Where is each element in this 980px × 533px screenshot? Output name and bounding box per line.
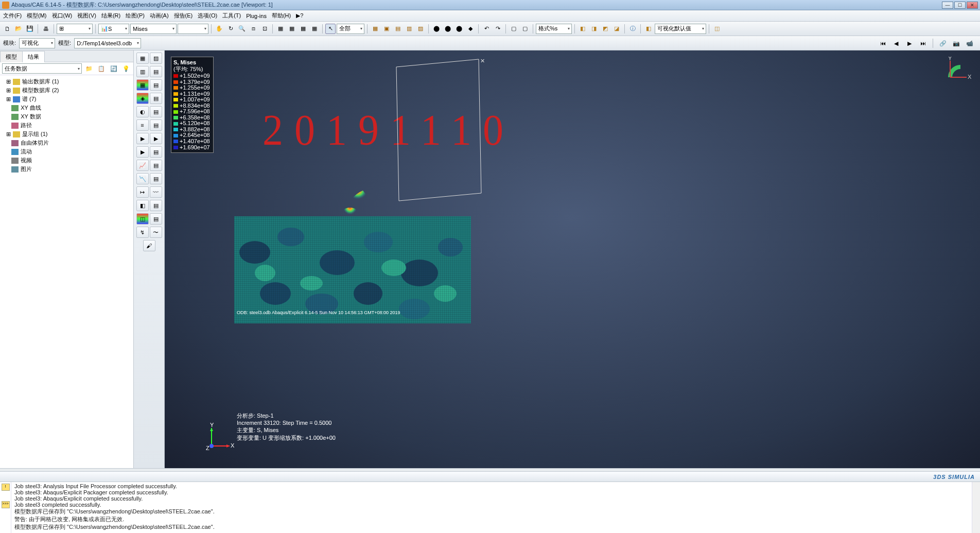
print-button[interactable]: 🖶 [41, 24, 51, 34]
viewstyle-combo[interactable]: 可视化默认值 [655, 24, 706, 34]
tool-viewcut[interactable]: ◫ [136, 213, 149, 225]
tool-path-plot[interactable]: 〰 [150, 186, 162, 198]
menu-viewport[interactable]: 视口(W) [52, 12, 73, 20]
tree-item-display-group[interactable]: ⊞ 显示组 (1) [3, 130, 130, 139]
cube4-button[interactable]: ◪ [611, 24, 622, 34]
tree-item-stream[interactable]: 流动 [3, 147, 130, 156]
tool-field[interactable]: ◧ [136, 200, 149, 211]
partdisp-button[interactable]: ◫ [712, 24, 722, 34]
tool-anim-time[interactable]: ▶ [136, 133, 149, 144]
tool-xydata[interactable]: 📈 [136, 160, 149, 171]
light3-button[interactable]: ⬤ [454, 24, 464, 34]
tree-item-model-db[interactable]: ⊞ 模型数据库 (2) [3, 86, 130, 95]
record-button[interactable]: 📹 [965, 38, 975, 48]
light4-button[interactable]: ◆ [465, 24, 476, 34]
component-combo[interactable] [178, 24, 208, 34]
tool-xyopt[interactable]: ▤ [150, 173, 162, 184]
tool-ply-opt[interactable]: ▤ [150, 119, 162, 131]
frame-first-button[interactable]: ⏮ [878, 38, 888, 48]
cube1-button[interactable]: ◧ [577, 24, 588, 34]
selection-filter-combo[interactable]: 全部 [337, 24, 364, 34]
render-wire-button[interactable]: ▦ [370, 24, 380, 34]
select-arrow-button[interactable]: ↖ [325, 24, 336, 34]
light1-button[interactable]: ⬤ [431, 24, 442, 34]
tree-item-xy-curve[interactable]: XY 曲线 [3, 104, 130, 112]
console-level-icon[interactable]: ! [2, 484, 10, 491]
pan-button[interactable]: ✋ [214, 24, 224, 34]
menu-help[interactable]: 帮助(H) [272, 12, 291, 20]
new-button[interactable]: 🗋 [2, 24, 12, 34]
save-button[interactable]: 💾 [25, 24, 35, 34]
tool-freebody[interactable]: ↯ [136, 227, 149, 238]
tool-anim-harmonic[interactable]: ▶ [136, 146, 149, 158]
console-scrollbar[interactable] [972, 482, 980, 533]
invariant-combo[interactable]: Mises [130, 24, 177, 34]
frame-next-button[interactable]: ▶ [904, 38, 915, 48]
tool-field-opt[interactable]: ▤ [150, 200, 162, 211]
tree-expand-icon[interactable]: 📁 [84, 63, 94, 74]
tree-item-video[interactable]: 视频 [3, 156, 130, 165]
tool-plotmode[interactable]: ▥ [136, 66, 149, 77]
displaygroup2-button[interactable]: ▢ [520, 24, 530, 34]
view-cube-icon[interactable]: X Y [946, 57, 972, 82]
module-combo[interactable]: 可视化 [19, 38, 55, 48]
render-filled-button[interactable]: ▥ [404, 24, 414, 34]
tree-filter-combo[interactable]: 任务数据 [2, 63, 82, 74]
tool-contour[interactable]: ▦ [136, 79, 149, 91]
tool-ply[interactable]: ≡ [136, 119, 149, 131]
rotate-button[interactable]: ↻ [225, 24, 236, 34]
tool-anim-opt[interactable]: ▤ [150, 146, 162, 158]
open-button[interactable]: 📂 [13, 24, 24, 34]
perspective-button[interactable]: ▨ [415, 24, 426, 34]
model-combo[interactable]: D:/Temp14/steel3.odb [74, 38, 141, 48]
menu-report[interactable]: 报告(E) [174, 12, 193, 20]
tool-probe[interactable]: ↦ [136, 186, 149, 198]
close-button[interactable]: ✕ [967, 2, 978, 9]
viewport[interactable]: S, Mises (平均: 75%) +1.502e+09+1.379e+09+… [165, 50, 980, 468]
minimize-button[interactable]: — [942, 2, 953, 9]
tool-plotopt[interactable]: ▤ [150, 66, 162, 77]
light2-button[interactable]: ⬤ [443, 24, 453, 34]
tree-item-freebody[interactable]: 自由体切片 [3, 139, 130, 147]
render-hidden-button[interactable]: ▣ [381, 24, 392, 34]
menu-plot[interactable]: 绘图(P) [126, 12, 145, 20]
frame-prev-button[interactable]: ◀ [891, 38, 901, 48]
zoom-button[interactable]: 🔍 [237, 24, 247, 34]
tool-color[interactable]: 🖌 [143, 240, 155, 251]
menu-model[interactable]: 模型(M) [27, 12, 47, 20]
menu-query[interactable]: ▶? [296, 12, 303, 19]
view4-button[interactable]: ▦ [309, 24, 320, 34]
tab-results[interactable]: 结果 [22, 51, 45, 62]
snapshot-button[interactable]: 📷 [951, 38, 961, 48]
tree-item-output-db[interactable]: ⊞ 输出数据库 (1) [3, 77, 130, 86]
view2-button[interactable]: ▦ [287, 24, 297, 34]
tree-item-spectrum[interactable]: ⊞ 谱 (7) [3, 95, 130, 104]
maximize-button[interactable]: ☐ [954, 2, 966, 9]
tool-superimpose[interactable]: ▨ [150, 53, 162, 64]
tool-symbol[interactable]: ◈ [136, 93, 149, 104]
tool-contour-opt[interactable]: ▤ [150, 79, 162, 91]
results-tree[interactable]: ⊞ 输出数据库 (1) ⊞ 模型数据库 (2) ⊞ 谱 (7) XY 曲线 XY… [0, 75, 133, 468]
menu-tool[interactable]: 工具(T) [222, 12, 241, 20]
redo-button[interactable]: ↷ [493, 24, 503, 34]
menu-view[interactable]: 视图(V) [77, 12, 96, 20]
tool-symbol-opt[interactable]: ▤ [150, 93, 162, 104]
tree-item-xy-data[interactable]: XY 数据 [3, 112, 130, 121]
cube3-button[interactable]: ◩ [600, 24, 610, 34]
console-output[interactable]: Job steel3: Analysis Input File Processo… [11, 482, 972, 533]
zoombox-button[interactable]: ⧈ [248, 24, 258, 34]
frame-last-button[interactable]: ⏭ [918, 38, 928, 48]
menu-animate[interactable]: 动画(A) [150, 12, 169, 20]
menu-plugins[interactable]: Plug-ins [246, 13, 267, 19]
viewport-layout-combo[interactable]: ⊞ [57, 24, 93, 34]
tool-xycurve[interactable]: 📉 [136, 173, 149, 184]
tree-refresh-icon[interactable]: 🔄 [109, 63, 119, 74]
tool-xyplot[interactable]: ▤ [150, 160, 162, 171]
tree-tip-icon[interactable]: 💡 [121, 63, 131, 74]
tool-viewcut-opt[interactable]: ▤ [150, 213, 162, 225]
tab-model[interactable]: 模型 [0, 51, 23, 62]
undo-button[interactable]: ↶ [481, 24, 492, 34]
tool-material-opt[interactable]: ▤ [150, 106, 162, 117]
tool-material[interactable]: ◐ [136, 106, 149, 117]
menu-file[interactable]: 文件(F) [3, 12, 22, 20]
